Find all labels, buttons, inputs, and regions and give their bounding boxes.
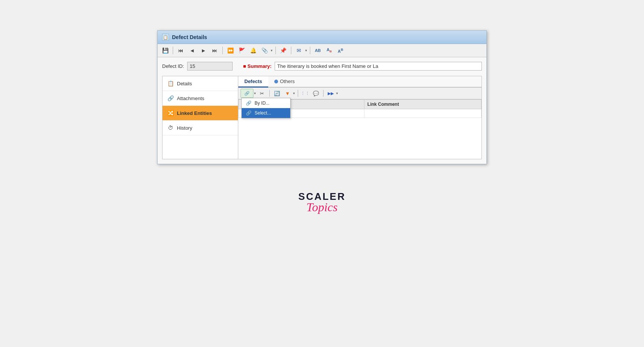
tab-others-label: Others <box>280 79 295 84</box>
last-button[interactable]: ⏭ <box>209 46 220 55</box>
pin-button[interactable]: 📌 <box>278 46 289 55</box>
by-id-option[interactable]: 🔗 By ID... <box>242 98 290 108</box>
tab-others-dot <box>274 80 278 83</box>
inner-toolbar: 🔗 ▼ 🔗 By ID... <box>238 88 481 99</box>
details-icon: 📋 <box>167 80 174 87</box>
columns-button[interactable]: ⋮⋮ <box>300 89 310 98</box>
brand-topics-text: Topics <box>306 200 338 214</box>
content-area: Defect ID: ■ Summary: 📋 Details 🔗 <box>158 57 486 164</box>
nav-item-linked-entities[interactable]: 🔀 Linked Entities <box>163 106 238 121</box>
link-dropdown-trigger[interactable]: ▼ <box>253 92 256 95</box>
defect-id-input[interactable] <box>187 62 233 71</box>
by-id-label: By ID... <box>255 100 269 106</box>
filter-dropdown-trigger[interactable]: ▼ <box>292 92 295 95</box>
main-toolbar: 💾 ⏮ ◀ ▶ ⏭ ⏩ 🚩 🔔 📎 ▼ 📌 ✉ ▼ AB <box>158 44 486 57</box>
page-wrapper: 📋 Defect Details 💾 ⏮ ◀ ▶ ⏭ ⏩ 🚩 🔔 📎 ▼ 📌 <box>157 30 487 214</box>
tab-defects-label: Defects <box>244 79 262 84</box>
attach-button[interactable]: 📎 <box>259 46 270 55</box>
select-icon: 🔗 <box>245 110 252 116</box>
title-bar: 📋 Defect Details <box>158 31 486 44</box>
select-label: Select... <box>255 110 271 116</box>
window-icon: 📋 <box>162 34 169 41</box>
inner-sep3 <box>323 90 324 97</box>
link-dropdown-menu: 🔗 By ID... 🔗 Select... <box>241 98 291 118</box>
window-title: Defect Details <box>172 34 207 40</box>
separator-3 <box>275 47 276 54</box>
flag-button[interactable]: 🚩 <box>236 46 247 55</box>
attachments-icon: 🔗 <box>167 95 174 102</box>
tab-defects[interactable]: Defects <box>238 76 268 88</box>
nav-item-details[interactable]: 📋 Details <box>163 76 238 91</box>
separator-5 <box>310 47 310 54</box>
attach-dropdown-arrow[interactable]: ▼ <box>270 49 273 52</box>
col-link-comment: Link Comment <box>364 100 481 109</box>
next-button[interactable]: ▶ <box>198 46 209 55</box>
goto-button[interactable]: ▶▶ <box>326 89 336 98</box>
link-btn-group: 🔗 ▼ 🔗 By ID... <box>241 89 256 98</box>
first-button[interactable]: ⏮ <box>175 46 186 55</box>
attach-group: 📎 ▼ <box>259 46 273 55</box>
nav-linked-entities-label: Linked Entities <box>177 110 212 116</box>
spell1-button[interactable]: AB <box>313 46 323 55</box>
separator-2 <box>222 47 223 54</box>
defect-id-row: Defect ID: ■ Summary: <box>162 62 482 71</box>
comment-button[interactable]: 💬 <box>311 89 321 98</box>
spell3-button[interactable]: AB <box>335 46 346 55</box>
summary-label: ■ Summary: <box>243 63 272 69</box>
refresh-button[interactable]: 🔄 <box>272 89 282 98</box>
tabs-bar: Defects Others <box>238 76 481 88</box>
dialog-window: 📋 Defect Details 💾 ⏮ ◀ ▶ ⏭ ⏩ 🚩 🔔 📎 ▼ 📌 <box>157 30 487 164</box>
nav-details-label: Details <box>177 81 192 86</box>
email-dropdown-arrow[interactable]: ▼ <box>305 49 308 52</box>
history-icon: ⏱ <box>167 124 174 131</box>
filter-group: ▼ ▼ <box>283 89 295 98</box>
inner-sep1 <box>269 90 270 97</box>
go-button[interactable]: ⏩ <box>225 46 236 55</box>
spell2-button[interactable]: AB <box>324 46 335 55</box>
tab-others[interactable]: Others <box>268 76 301 88</box>
nav-history-label: History <box>177 125 192 131</box>
nav-attachments-label: Attachments <box>177 96 204 101</box>
summary-input[interactable] <box>275 62 482 71</box>
link-add-button[interactable]: 🔗 <box>241 89 253 98</box>
goto-group: ▶▶ ▼ <box>326 89 339 98</box>
separator-1 <box>173 47 173 54</box>
link-btn-with-arrow: 🔗 ▼ <box>241 89 256 98</box>
nav-panel: 📋 Details 🔗 Attachments 🔀 Linked Entitie… <box>163 76 238 159</box>
nav-item-attachments[interactable]: 🔗 Attachments <box>163 91 238 106</box>
select-option[interactable]: 🔗 Select... <box>242 108 290 118</box>
goto-dropdown-trigger[interactable]: ▼ <box>336 92 339 95</box>
filter-button[interactable]: ▼ <box>283 89 292 98</box>
brand-watermark: SCALER Topics <box>299 191 346 214</box>
email-group: ✉ ▼ <box>294 46 308 55</box>
defect-id-label: Defect ID: <box>162 63 184 69</box>
linked-entities-icon: 🔀 <box>167 110 174 116</box>
right-panel: Defects Others 🔗 <box>238 76 481 159</box>
unlink-button[interactable]: ✂ <box>257 89 267 98</box>
bell-button[interactable]: 🔔 <box>248 46 258 55</box>
prev-button[interactable]: ◀ <box>187 46 197 55</box>
nav-item-history[interactable]: ⏱ History <box>163 121 238 135</box>
empty-cell-2 <box>364 109 481 118</box>
inner-sep2 <box>298 90 298 97</box>
email-button[interactable]: ✉ <box>294 46 304 55</box>
separator-4 <box>291 47 291 54</box>
split-area: 📋 Details 🔗 Attachments 🔀 Linked Entitie… <box>162 76 482 159</box>
by-id-icon: 🔗 <box>245 100 252 106</box>
save-button[interactable]: 💾 <box>160 46 170 55</box>
